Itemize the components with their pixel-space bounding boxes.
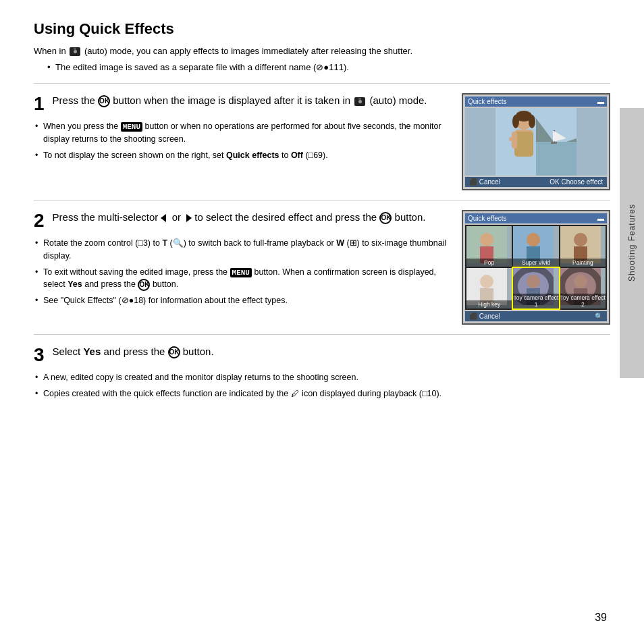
effect-pop-thumb xyxy=(466,226,507,263)
lcd2-grid: Pop Super vivid xyxy=(465,225,607,310)
page-content: Using Quick Effects When in (auto) mode,… xyxy=(0,0,644,431)
step-1-bullet-2: To not display the screen shown on the r… xyxy=(43,149,448,162)
ok-icon-step1: OK xyxy=(98,95,110,107)
step-1-title: 1 Press the OK button when the image is … xyxy=(34,93,448,113)
sidebar: Shooting Features xyxy=(620,108,644,378)
lcd2-header: Quick effects ▬ xyxy=(465,213,607,223)
lcd1-choose: OK Choose effect xyxy=(549,178,603,186)
menu-icon-2: MENU xyxy=(230,268,252,277)
step-1-section: 1 Press the OK button when the image is … xyxy=(34,83,610,190)
step-3-bullets: A new, edited copy is created and the mo… xyxy=(34,371,610,400)
step-3-bullet-1: A new, edited copy is created and the mo… xyxy=(43,371,610,384)
step-2-content: 2 Press the multi-selector or to select … xyxy=(34,210,448,311)
step-2-lcd: Quick effects ▬ Pop xyxy=(462,210,610,325)
arrow-left-icon xyxy=(161,214,166,222)
effect-highkey-thumb xyxy=(466,268,507,305)
step-1-content: 1 Press the OK button when the image is … xyxy=(34,93,448,165)
step-2-number: 2 xyxy=(34,211,45,230)
lcd2-footer: ⬛ Cancel 🔍 xyxy=(465,311,607,321)
arrow-right-icon xyxy=(186,214,192,222)
lcd1-icon: ▬ xyxy=(597,98,604,105)
step-3-title: 3 Select Yes and press the OK button. xyxy=(34,344,610,365)
svg-rect-2 xyxy=(536,142,576,176)
effect-toy1: Toy camera effect 1 xyxy=(513,268,558,308)
lcd1-scene-svg xyxy=(495,108,576,176)
svg-point-8 xyxy=(512,115,519,128)
lcd2-title: Quick effects xyxy=(468,215,507,222)
svg-point-21 xyxy=(574,233,587,246)
effect-toy2: Toy camera effect 2 xyxy=(560,268,606,308)
page-title: Using Quick Effects xyxy=(34,20,610,38)
lcd2-icon: ▬ xyxy=(597,215,604,222)
svg-point-15 xyxy=(480,233,493,246)
step-3-section: 3 Select Yes and press the OK button. A … xyxy=(34,334,610,404)
lcd2-cancel: ⬛ Cancel xyxy=(469,313,500,320)
svg-point-27 xyxy=(527,275,540,288)
svg-point-24 xyxy=(480,275,493,288)
menu-icon-1: MENU xyxy=(121,122,142,132)
step-2-bullet-3: See "Quick Effects" (⊘●18) for informati… xyxy=(43,294,448,307)
effect-painting-thumb xyxy=(560,226,601,263)
effect-toy1-label: Toy camera effect 1 xyxy=(513,294,558,308)
ok-icon-step3: OK xyxy=(168,346,180,358)
lcd1-title: Quick effects xyxy=(468,98,507,105)
svg-point-18 xyxy=(527,233,540,246)
ok-icon-step2: OK xyxy=(379,212,392,224)
effect-pop: Pop xyxy=(466,226,512,267)
step-2-title: 2 Press the multi-selector or to select … xyxy=(34,210,448,230)
step-2-bullet-1: Rotate the zoom control (□3) to T (🔍) to… xyxy=(43,237,448,263)
svg-rect-11 xyxy=(514,132,533,157)
lcd1-header: Quick effects ▬ xyxy=(465,97,607,107)
step-3-bullet-2: Copies created with the quick effects fu… xyxy=(43,387,610,400)
lcd1-image xyxy=(465,108,607,176)
step-2-bullet-2: To exit without saving the edited image,… xyxy=(43,266,448,292)
lcd-step2-box: Quick effects ▬ Pop xyxy=(462,210,610,325)
effect-painting-label: Painting xyxy=(560,259,606,267)
step-1-bullet-1: When you press the MENU button or when n… xyxy=(43,120,448,146)
effect-pop-label: Pop xyxy=(466,259,512,267)
page-number: 39 xyxy=(595,612,607,624)
effect-painting: Painting xyxy=(560,226,606,267)
lcd-step1-box: Quick effects ▬ xyxy=(462,93,610,190)
step-2-bullets: Rotate the zoom control (□3) to T (🔍) to… xyxy=(34,237,448,307)
svg-rect-13 xyxy=(509,137,516,141)
lcd1-cancel: ⬛ Cancel xyxy=(469,178,500,186)
effect-vivid-label: Super vivid xyxy=(513,259,558,267)
step-3-content: 3 Select Yes and press the OK button. A … xyxy=(34,344,610,404)
effect-highkey-label: High key xyxy=(466,300,512,308)
or-text: or xyxy=(172,211,181,223)
step-2-section: 2 Press the multi-selector or to select … xyxy=(34,200,610,325)
step-1-number: 1 xyxy=(34,95,45,113)
lcd2-zoom: 🔍 xyxy=(595,313,603,320)
effect-toy2-label: Toy camera effect 2 xyxy=(560,294,606,308)
intro-paragraph: When in (auto) mode, you can apply effec… xyxy=(34,45,610,58)
ok-icon-2b: OK xyxy=(138,279,150,291)
step-1-lcd: Quick effects ▬ xyxy=(462,93,610,190)
effect-high-key: High key xyxy=(466,268,512,308)
effect-vivid-thumb xyxy=(513,226,554,263)
svg-point-9 xyxy=(529,115,535,128)
lcd1-footer: ⬛ Cancel OK Choose effect xyxy=(465,177,607,187)
sidebar-label: Shooting Features xyxy=(627,204,637,281)
step-3-number: 3 xyxy=(34,346,45,365)
step-1-bullets: When you press the MENU button or when n… xyxy=(34,120,448,161)
svg-rect-5 xyxy=(551,142,557,144)
svg-point-31 xyxy=(574,275,587,288)
effect-super-vivid: Super vivid xyxy=(513,226,558,267)
intro-bullet: The edited image is saved as a separate … xyxy=(55,61,610,74)
